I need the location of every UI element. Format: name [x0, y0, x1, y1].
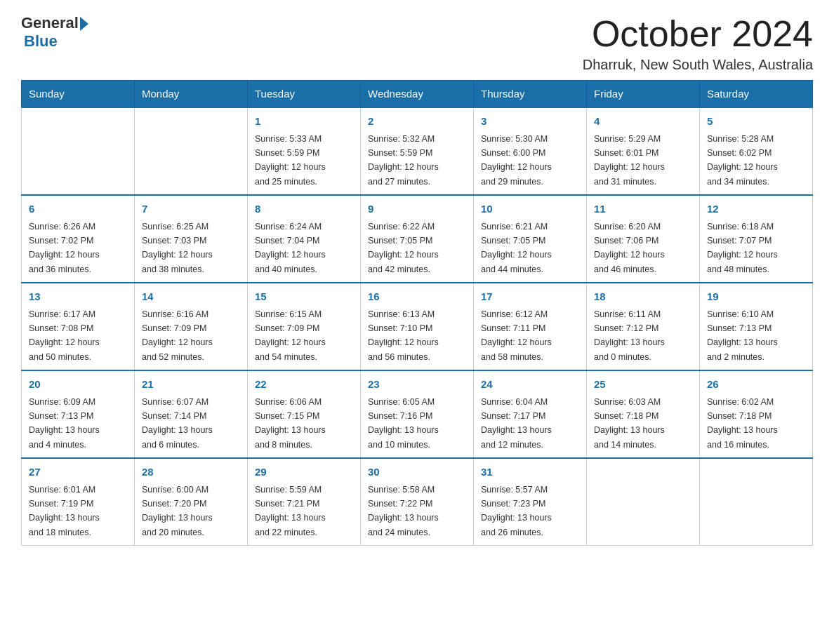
day-number: 10	[481, 201, 579, 217]
day-info: Sunrise: 6:02 AM Sunset: 7:18 PM Dayligh…	[707, 397, 778, 450]
calendar-cell	[587, 458, 700, 546]
day-number: 13	[29, 289, 127, 305]
calendar-cell	[700, 458, 813, 546]
day-number: 3	[481, 114, 579, 130]
day-number: 23	[368, 377, 466, 393]
day-info: Sunrise: 6:18 AM Sunset: 7:07 PM Dayligh…	[707, 222, 778, 274]
day-number: 19	[707, 289, 805, 305]
calendar-week-row: 27Sunrise: 6:01 AM Sunset: 7:19 PM Dayli…	[22, 458, 813, 546]
calendar-cell: 3Sunrise: 5:30 AM Sunset: 6:00 PM Daylig…	[474, 107, 587, 195]
weekday-header-wednesday: Wednesday	[361, 81, 474, 108]
weekday-header-saturday: Saturday	[700, 81, 813, 108]
calendar-cell: 1Sunrise: 5:33 AM Sunset: 5:59 PM Daylig…	[248, 107, 361, 195]
calendar-cell: 30Sunrise: 5:58 AM Sunset: 7:22 PM Dayli…	[361, 458, 474, 546]
day-number: 24	[481, 377, 579, 393]
day-number: 28	[142, 464, 240, 481]
day-info: Sunrise: 6:00 AM Sunset: 7:20 PM Dayligh…	[142, 485, 213, 537]
calendar-week-row: 13Sunrise: 6:17 AM Sunset: 7:08 PM Dayli…	[22, 283, 813, 370]
calendar-table: SundayMondayTuesdayWednesdayThursdayFrid…	[21, 80, 813, 546]
day-info: Sunrise: 6:20 AM Sunset: 7:06 PM Dayligh…	[594, 222, 665, 274]
calendar-cell: 31Sunrise: 5:57 AM Sunset: 7:23 PM Dayli…	[474, 458, 587, 546]
calendar-cell: 7Sunrise: 6:25 AM Sunset: 7:03 PM Daylig…	[135, 195, 248, 283]
day-info: Sunrise: 6:24 AM Sunset: 7:04 PM Dayligh…	[255, 222, 326, 274]
day-info: Sunrise: 6:09 AM Sunset: 7:13 PM Dayligh…	[29, 397, 100, 450]
day-info: Sunrise: 5:30 AM Sunset: 6:00 PM Dayligh…	[481, 134, 552, 187]
day-info: Sunrise: 5:29 AM Sunset: 6:01 PM Dayligh…	[594, 134, 665, 187]
day-info: Sunrise: 5:32 AM Sunset: 5:59 PM Dayligh…	[368, 134, 439, 187]
day-number: 15	[255, 289, 353, 305]
day-number: 17	[481, 289, 579, 305]
day-number: 20	[29, 377, 127, 393]
day-info: Sunrise: 6:07 AM Sunset: 7:14 PM Dayligh…	[142, 397, 213, 450]
day-info: Sunrise: 6:21 AM Sunset: 7:05 PM Dayligh…	[481, 222, 552, 274]
calendar-cell: 12Sunrise: 6:18 AM Sunset: 7:07 PM Dayli…	[700, 195, 813, 283]
weekday-header-row: SundayMondayTuesdayWednesdayThursdayFrid…	[22, 81, 813, 108]
day-info: Sunrise: 6:26 AM Sunset: 7:02 PM Dayligh…	[29, 222, 100, 274]
calendar-week-row: 6Sunrise: 6:26 AM Sunset: 7:02 PM Daylig…	[22, 195, 813, 283]
day-info: Sunrise: 6:13 AM Sunset: 7:10 PM Dayligh…	[368, 309, 439, 362]
day-number: 31	[481, 464, 579, 481]
calendar-cell: 28Sunrise: 6:00 AM Sunset: 7:20 PM Dayli…	[135, 458, 248, 546]
calendar-header: SundayMondayTuesdayWednesdayThursdayFrid…	[22, 81, 813, 108]
day-number: 4	[594, 114, 692, 130]
logo-general-text: General	[21, 14, 79, 32]
weekday-header-monday: Monday	[135, 81, 248, 108]
day-number: 22	[255, 377, 353, 393]
day-info: Sunrise: 5:28 AM Sunset: 6:02 PM Dayligh…	[707, 134, 778, 187]
calendar-cell: 2Sunrise: 5:32 AM Sunset: 5:59 PM Daylig…	[361, 107, 474, 195]
day-info: Sunrise: 6:11 AM Sunset: 7:12 PM Dayligh…	[594, 309, 665, 362]
calendar-cell: 9Sunrise: 6:22 AM Sunset: 7:05 PM Daylig…	[361, 195, 474, 283]
calendar-cell: 14Sunrise: 6:16 AM Sunset: 7:09 PM Dayli…	[135, 283, 248, 370]
calendar-week-row: 20Sunrise: 6:09 AM Sunset: 7:13 PM Dayli…	[22, 370, 813, 458]
calendar-cell: 24Sunrise: 6:04 AM Sunset: 7:17 PM Dayli…	[474, 370, 587, 458]
day-info: Sunrise: 6:05 AM Sunset: 7:16 PM Dayligh…	[368, 397, 439, 450]
day-info: Sunrise: 5:57 AM Sunset: 7:23 PM Dayligh…	[481, 485, 552, 537]
calendar-cell: 8Sunrise: 6:24 AM Sunset: 7:04 PM Daylig…	[248, 195, 361, 283]
day-number: 6	[29, 201, 127, 217]
weekday-header-friday: Friday	[587, 81, 700, 108]
calendar-cell: 17Sunrise: 6:12 AM Sunset: 7:11 PM Dayli…	[474, 283, 587, 370]
calendar-cell: 5Sunrise: 5:28 AM Sunset: 6:02 PM Daylig…	[700, 107, 813, 195]
day-number: 8	[255, 201, 353, 217]
calendar-cell: 16Sunrise: 6:13 AM Sunset: 7:10 PM Dayli…	[361, 283, 474, 370]
day-info: Sunrise: 5:33 AM Sunset: 5:59 PM Dayligh…	[255, 134, 326, 187]
day-info: Sunrise: 6:25 AM Sunset: 7:03 PM Dayligh…	[142, 222, 213, 274]
location-title: Dharruk, New South Wales, Australia	[583, 57, 813, 73]
calendar-body: 1Sunrise: 5:33 AM Sunset: 5:59 PM Daylig…	[22, 107, 813, 546]
weekday-header-sunday: Sunday	[22, 81, 135, 108]
calendar-cell: 6Sunrise: 6:26 AM Sunset: 7:02 PM Daylig…	[22, 195, 135, 283]
calendar-cell	[22, 107, 135, 195]
day-number: 27	[29, 464, 127, 481]
calendar-cell: 15Sunrise: 6:15 AM Sunset: 7:09 PM Dayli…	[248, 283, 361, 370]
calendar-cell: 20Sunrise: 6:09 AM Sunset: 7:13 PM Dayli…	[22, 370, 135, 458]
calendar-cell	[135, 107, 248, 195]
calendar-cell: 11Sunrise: 6:20 AM Sunset: 7:06 PM Dayli…	[587, 195, 700, 283]
logo: General Blue	[21, 14, 88, 51]
calendar-week-row: 1Sunrise: 5:33 AM Sunset: 5:59 PM Daylig…	[22, 107, 813, 195]
day-number: 1	[255, 114, 353, 130]
logo-blue-text: Blue	[24, 32, 58, 51]
calendar-cell: 13Sunrise: 6:17 AM Sunset: 7:08 PM Dayli…	[22, 283, 135, 370]
day-info: Sunrise: 6:12 AM Sunset: 7:11 PM Dayligh…	[481, 309, 552, 362]
day-info: Sunrise: 5:59 AM Sunset: 7:21 PM Dayligh…	[255, 485, 326, 537]
day-info: Sunrise: 6:06 AM Sunset: 7:15 PM Dayligh…	[255, 397, 326, 450]
calendar-cell: 22Sunrise: 6:06 AM Sunset: 7:15 PM Dayli…	[248, 370, 361, 458]
calendar-cell: 4Sunrise: 5:29 AM Sunset: 6:01 PM Daylig…	[587, 107, 700, 195]
day-info: Sunrise: 5:58 AM Sunset: 7:22 PM Dayligh…	[368, 485, 439, 537]
day-info: Sunrise: 6:03 AM Sunset: 7:18 PM Dayligh…	[594, 397, 665, 450]
logo-arrow-icon	[80, 17, 88, 31]
month-title: October 2024	[583, 14, 813, 54]
day-number: 30	[368, 464, 466, 481]
calendar-cell: 27Sunrise: 6:01 AM Sunset: 7:19 PM Dayli…	[22, 458, 135, 546]
day-info: Sunrise: 6:17 AM Sunset: 7:08 PM Dayligh…	[29, 309, 100, 362]
day-number: 2	[368, 114, 466, 130]
calendar-cell: 10Sunrise: 6:21 AM Sunset: 7:05 PM Dayli…	[474, 195, 587, 283]
day-number: 5	[707, 114, 805, 130]
day-number: 26	[707, 377, 805, 393]
day-number: 16	[368, 289, 466, 305]
day-number: 25	[594, 377, 692, 393]
calendar-cell: 29Sunrise: 5:59 AM Sunset: 7:21 PM Dayli…	[248, 458, 361, 546]
day-number: 29	[255, 464, 353, 481]
calendar-cell: 18Sunrise: 6:11 AM Sunset: 7:12 PM Dayli…	[587, 283, 700, 370]
calendar-cell: 26Sunrise: 6:02 AM Sunset: 7:18 PM Dayli…	[700, 370, 813, 458]
